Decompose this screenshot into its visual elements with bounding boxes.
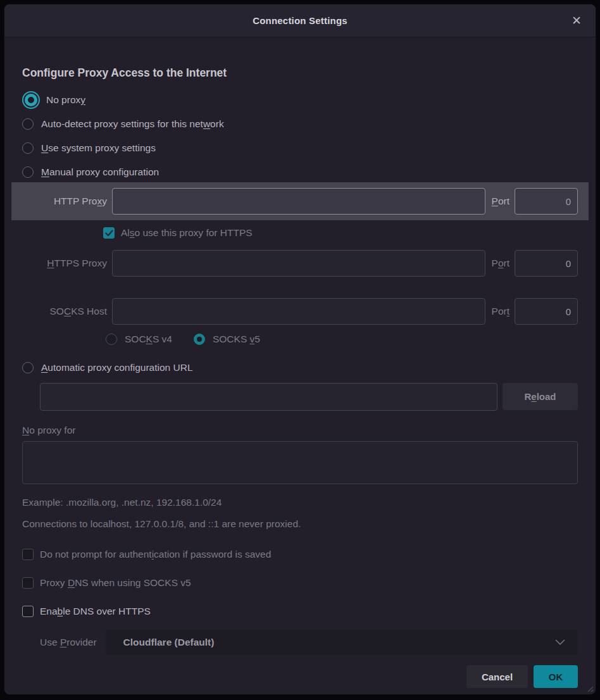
page-title: Configure Proxy Access to the Internet bbox=[22, 66, 578, 80]
https-port-input bbox=[515, 250, 578, 277]
also-https-label: Also use this proxy for HTTPS bbox=[121, 227, 253, 239]
checkbox-group: Do not prompt for authentication if pass… bbox=[22, 549, 578, 617]
proxy-dns-label: Proxy DNS when using SOCKS v5 bbox=[40, 577, 191, 589]
no-proxy-for-textarea bbox=[22, 441, 578, 484]
socks-v5-label: SOCKS v5 bbox=[213, 334, 260, 345]
socks-host-input bbox=[112, 298, 485, 325]
auto-url-row: Reload bbox=[40, 383, 578, 411]
dialog-content: Configure Proxy Access to the Internet N… bbox=[4, 37, 596, 688]
doh-checkbox[interactable] bbox=[22, 606, 34, 617]
radio-row-auto-detect[interactable]: Auto-detect proxy settings for this netw… bbox=[22, 116, 578, 132]
cancel-button[interactable]: Cancel bbox=[466, 665, 528, 688]
no-prompt-row: Do not prompt for authentication if pass… bbox=[22, 549, 578, 560]
reload-button: Reload bbox=[503, 383, 578, 410]
https-proxy-row: HTTPS Proxy Port bbox=[22, 250, 578, 277]
https-proxy-input bbox=[112, 250, 485, 277]
no-prompt-checkbox bbox=[22, 549, 34, 560]
also-https-checkbox bbox=[103, 227, 115, 239]
radio-socks-v4 bbox=[106, 334, 117, 345]
radio-auto-url-label: Automatic proxy configuration URL bbox=[41, 362, 193, 373]
provider-dropdown: Cloudflare (Default) bbox=[106, 630, 578, 655]
socks-host-label: SOCKS Host bbox=[22, 306, 107, 317]
doh-label: Enable DNS over HTTPS bbox=[40, 606, 151, 617]
radio-row-manual[interactable]: Manual proxy configuration bbox=[22, 165, 578, 180]
checkmark-icon bbox=[105, 230, 113, 237]
localhost-note-text: Connections to localhost, 127.0.0.1/8, a… bbox=[22, 518, 578, 530]
radio-row-no-proxy[interactable]: No proxy bbox=[22, 92, 578, 108]
radio-manual-label: Manual proxy configuration bbox=[41, 166, 159, 178]
radio-use-system[interactable] bbox=[22, 142, 34, 154]
radio-socks-v5 bbox=[194, 334, 205, 345]
http-port-input bbox=[515, 188, 578, 215]
radio-row-use-system[interactable]: Use system proxy settings bbox=[22, 141, 578, 156]
ok-button[interactable]: OK bbox=[534, 665, 578, 688]
chevron-down-icon bbox=[555, 639, 565, 646]
socks-v4-label: SOCKS v4 bbox=[125, 334, 172, 345]
connection-settings-dialog: Connection Settings ✕ Configure Proxy Ac… bbox=[4, 4, 596, 695]
radio-use-system-label: Use system proxy settings bbox=[41, 142, 156, 154]
radio-manual[interactable] bbox=[22, 166, 34, 178]
http-port-label: Port bbox=[492, 196, 509, 207]
no-proxy-for-label: No proxy for bbox=[22, 425, 578, 436]
close-icon[interactable]: ✕ bbox=[568, 12, 585, 30]
http-proxy-input bbox=[112, 188, 485, 215]
provider-dropdown-value: Cloudflare (Default) bbox=[123, 637, 555, 648]
https-proxy-label: HTTPS Proxy bbox=[22, 258, 107, 269]
auto-url-input bbox=[40, 383, 497, 411]
socks-version-row: SOCKS v4 SOCKS v5 bbox=[106, 334, 578, 345]
dialog-title: Connection Settings bbox=[253, 15, 347, 26]
no-prompt-label: Do not prompt for authentication if pass… bbox=[40, 549, 271, 560]
radio-auto-url[interactable] bbox=[22, 362, 34, 373]
doh-row[interactable]: Enable DNS over HTTPS bbox=[22, 606, 578, 617]
no-proxy-example-text: Example: .mozilla.org, .net.nz, 192.168.… bbox=[22, 497, 578, 508]
http-proxy-label: HTTP Proxy bbox=[22, 196, 107, 207]
provider-row: Use Provider Cloudflare (Default) bbox=[40, 630, 578, 655]
radio-no-proxy-label: No proxy bbox=[46, 94, 85, 106]
socks-port-label: Port bbox=[492, 306, 509, 317]
radio-auto-detect[interactable] bbox=[22, 118, 34, 130]
socks-port-input bbox=[515, 298, 578, 325]
radio-no-proxy[interactable] bbox=[25, 94, 37, 106]
also-https-row: Also use this proxy for HTTPS bbox=[103, 227, 578, 239]
use-provider-label: Use Provider bbox=[40, 637, 97, 648]
proxy-dns-checkbox bbox=[22, 577, 34, 589]
resize-grip-icon[interactable] bbox=[585, 684, 594, 692]
footer-buttons: Cancel OK bbox=[22, 665, 578, 688]
radio-auto-detect-label: Auto-detect proxy settings for this netw… bbox=[41, 118, 224, 130]
radio-row-auto-url[interactable]: Automatic proxy configuration URL bbox=[22, 360, 578, 375]
https-port-label: Port bbox=[492, 258, 509, 269]
proxy-dns-row: Proxy DNS when using SOCKS v5 bbox=[22, 577, 578, 589]
dialog-titlebar: Connection Settings ✕ bbox=[4, 4, 596, 37]
http-proxy-row-highlighted: HTTP Proxy Port bbox=[11, 182, 589, 220]
socks-host-row: SOCKS Host Port bbox=[22, 298, 578, 325]
